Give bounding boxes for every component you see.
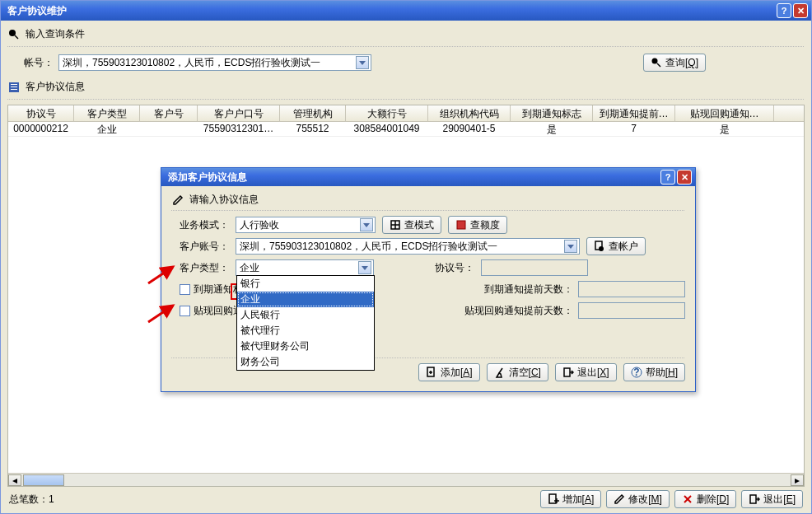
plus-doc-icon (426, 367, 437, 378)
dropdown-option[interactable]: 财务公司 (237, 354, 374, 370)
chevron-down-icon[interactable] (360, 218, 373, 231)
scroll-left-icon[interactable]: ◂ (8, 474, 21, 486)
divider (7, 99, 805, 100)
exit-button[interactable]: 退出[X] (555, 363, 617, 381)
repo-flag-checkbox[interactable] (180, 306, 190, 316)
table-header-cell[interactable]: 客户号 (140, 105, 198, 121)
dialog-close-button[interactable]: ✕ (677, 170, 692, 185)
table-cell: 29090401-5 (428, 122, 511, 136)
plus-doc-button[interactable]: 添加[A] (418, 363, 480, 381)
close-button[interactable]: ✕ (793, 3, 808, 18)
pencil-button[interactable]: 修改[M] (606, 490, 670, 508)
svg-line-1 (15, 35, 18, 39)
proto-no-input[interactable] (481, 259, 588, 276)
view-quota-button[interactable]: 查额度 (448, 216, 507, 234)
exit-button[interactable]: 退出[E] (741, 490, 803, 508)
section-info: 客户协议信息 (7, 80, 805, 94)
svg-rect-6 (11, 84, 17, 85)
broom-button[interactable]: 清空[C] (487, 363, 548, 381)
divider (7, 46, 805, 47)
cust-type-dropdown[interactable]: 银行企业人民银行被代理行被代理财务公司财务公司 (236, 275, 375, 371)
svg-rect-14 (750, 495, 756, 503)
search-doc-icon (594, 241, 605, 252)
dropdown-option[interactable]: 被代理行 (237, 323, 374, 339)
svg-marker-21 (567, 245, 574, 249)
dialog-section: 请输入协议信息 (171, 193, 685, 207)
table-header-cell[interactable]: 客户户口号 (198, 105, 280, 121)
exit-icon (749, 493, 760, 505)
cust-account-combo[interactable]: 深圳，755903123010802，人民币，ECDS招行验收测试一 (236, 238, 580, 255)
biz-mode-combo[interactable]: 人行验收 (236, 217, 376, 233)
table-cell: 企业 (74, 122, 140, 136)
main-body: 输入查询条件 帐号： 深圳，755903123010802，人民币，ECDS招行… (1, 21, 811, 513)
chevron-down-icon[interactable] (356, 56, 369, 69)
section-query: 输入查询条件 (7, 27, 805, 41)
search-icon (7, 28, 21, 41)
help-icon: ? (631, 367, 642, 378)
account-combo[interactable]: 深圳，755903123010802，人民币，ECDS招行验收测试一 (58, 54, 371, 71)
chevron-down-icon[interactable] (564, 240, 577, 253)
table-header-cell[interactable]: 客户类型 (74, 105, 140, 121)
table-header-cell[interactable]: 组织机构代码 (428, 105, 511, 121)
dialog-titlebar: 添加客户协议信息 ? ✕ (161, 168, 695, 186)
biz-mode-label: 业务模式： (171, 218, 236, 232)
chevron-down-icon[interactable] (358, 261, 371, 274)
footer-buttons: 增加[A]修改[M]删除[D]退出[E] (535, 490, 803, 508)
due-days-input[interactable] (578, 281, 685, 297)
due-flag-checkbox[interactable] (180, 284, 190, 295)
scroll-right-icon[interactable]: ▸ (791, 474, 804, 486)
svg-marker-2 (359, 61, 366, 65)
dialog-help-button[interactable]: ? (660, 170, 675, 185)
x-red-button[interactable]: 删除[D] (674, 490, 736, 508)
plus-icon (548, 493, 559, 505)
svg-point-0 (9, 30, 16, 36)
svg-rect-9 (549, 494, 556, 503)
pencil-icon (614, 493, 625, 505)
list-icon (7, 81, 21, 94)
table-header-cell[interactable]: 贴现回购通知… (675, 105, 774, 121)
section-info-title: 客户协议信息 (26, 80, 85, 94)
svg-rect-7 (11, 86, 17, 87)
view-mode-button[interactable]: 查模式 (382, 216, 441, 234)
table-header-cell[interactable]: 到期通知提前… (593, 105, 675, 121)
account-label: 帐号： (24, 56, 54, 70)
horizontal-scrollbar[interactable]: ◂ ▸ (8, 473, 804, 486)
svg-rect-20 (457, 221, 465, 229)
repo-days-label: 贴现回购通知提前天数： (464, 304, 573, 318)
table-header-cell[interactable]: 管理机构 (280, 105, 346, 121)
cust-account-row: 客户账号： 深圳，755903123010802，人民币，ECDS招行验收测试一… (171, 236, 685, 257)
query-button[interactable]: 查询 [Q] (643, 54, 706, 72)
plus-button[interactable]: 增加[A] (540, 490, 602, 508)
svg-marker-16 (363, 223, 370, 227)
dropdown-option[interactable]: 人民银行 (237, 307, 374, 323)
main-titlebar: 客户协议维护 ? ✕ (1, 1, 811, 21)
scroll-thumb[interactable] (23, 474, 64, 486)
x-red-icon (682, 493, 693, 505)
edit-icon (171, 194, 184, 207)
table-cell: 308584001049 (346, 122, 428, 136)
dropdown-option[interactable]: 银行 (237, 276, 374, 292)
repo-days-input[interactable] (578, 302, 685, 319)
table-header: 协议号客户类型客户号客户户口号管理机构大额行号组织机构代码到期通知标志到期通知提… (8, 105, 804, 122)
row-count: 总笔数：1 (9, 493, 54, 507)
table-header-cell[interactable]: 大额行号 (346, 105, 428, 121)
cust-type-combo[interactable]: 企业 (236, 259, 374, 276)
main-title: 客户协议维护 (4, 4, 775, 18)
help-button[interactable]: ?帮助[H] (623, 363, 685, 381)
table-header-cell[interactable]: 到期通知标志 (511, 105, 593, 121)
grid-red-icon (455, 219, 467, 231)
dialog-title: 添加客户协议信息 (165, 171, 659, 185)
table-row[interactable]: 0000000212企业75590312301…7555123085840010… (8, 122, 804, 137)
exit-icon (562, 367, 574, 378)
table-cell: 7 (593, 122, 675, 136)
query-row: 帐号： 深圳，755903123010802，人民币，ECDS招行验收测试一 查… (24, 54, 805, 72)
dropdown-option[interactable]: 被代理财务公司 (237, 339, 374, 354)
table-cell: 755512 (280, 122, 346, 136)
view-account-button[interactable]: 查帐户 (586, 237, 646, 255)
cust-type-label: 客户类型： (171, 261, 236, 275)
search-icon (651, 57, 662, 68)
cust-account-label: 客户账号： (171, 240, 236, 254)
dropdown-option[interactable]: 企业 (237, 292, 374, 307)
help-button[interactable]: ? (777, 3, 791, 18)
table-header-cell[interactable]: 协议号 (8, 105, 74, 121)
